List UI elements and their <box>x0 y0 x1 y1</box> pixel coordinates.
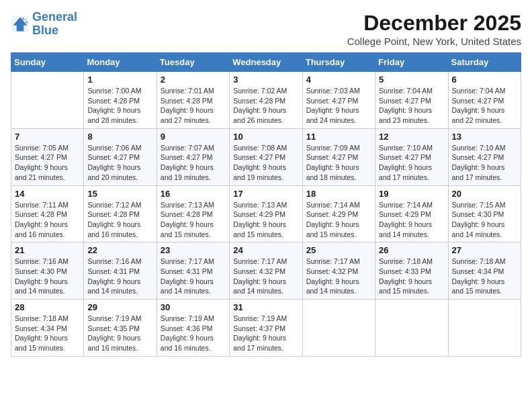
day-info: Sunrise: 7:19 AM Sunset: 4:36 PM Dayligh… <box>161 314 226 353</box>
day-cell: 31Sunrise: 7:19 AM Sunset: 4:37 PM Dayli… <box>230 300 302 357</box>
day-info: Sunrise: 7:19 AM Sunset: 4:37 PM Dayligh… <box>233 314 298 353</box>
week-row-2: 7Sunrise: 7:05 AM Sunset: 4:27 PM Daylig… <box>11 128 521 185</box>
day-number: 31 <box>233 302 298 312</box>
logo: General Blue <box>11 11 77 38</box>
calendar-title: December 2025 <box>347 11 521 36</box>
day-info: Sunrise: 7:08 AM Sunset: 4:27 PM Dayligh… <box>233 143 298 183</box>
day-cell: 19Sunrise: 7:14 AM Sunset: 4:29 PM Dayli… <box>375 185 448 242</box>
day-number: 27 <box>452 245 517 255</box>
day-number: 4 <box>306 75 371 85</box>
day-info: Sunrise: 7:13 AM Sunset: 4:28 PM Dayligh… <box>161 200 226 240</box>
day-number: 7 <box>15 132 80 142</box>
day-info: Sunrise: 7:07 AM Sunset: 4:27 PM Dayligh… <box>161 143 226 183</box>
day-cell: 30Sunrise: 7:19 AM Sunset: 4:36 PM Dayli… <box>157 300 229 357</box>
day-cell: 11Sunrise: 7:09 AM Sunset: 4:27 PM Dayli… <box>302 128 375 185</box>
day-cell: 20Sunrise: 7:15 AM Sunset: 4:30 PM Dayli… <box>448 185 521 242</box>
header-cell-friday: Friday <box>375 53 448 72</box>
day-info: Sunrise: 7:15 AM Sunset: 4:30 PM Dayligh… <box>452 200 517 240</box>
day-info: Sunrise: 7:12 AM Sunset: 4:28 PM Dayligh… <box>87 200 152 240</box>
day-info: Sunrise: 7:05 AM Sunset: 4:27 PM Dayligh… <box>15 143 80 183</box>
week-row-3: 14Sunrise: 7:11 AM Sunset: 4:28 PM Dayli… <box>11 185 521 242</box>
day-cell: 6Sunrise: 7:04 AM Sunset: 4:27 PM Daylig… <box>448 72 521 129</box>
day-number: 24 <box>233 245 298 255</box>
day-number: 18 <box>306 189 371 199</box>
day-cell: 17Sunrise: 7:13 AM Sunset: 4:29 PM Dayli… <box>230 185 302 242</box>
day-cell: 21Sunrise: 7:16 AM Sunset: 4:30 PM Dayli… <box>11 242 84 300</box>
day-number: 22 <box>87 245 152 255</box>
day-info: Sunrise: 7:13 AM Sunset: 4:29 PM Dayligh… <box>233 200 298 240</box>
day-info: Sunrise: 7:18 AM Sunset: 4:34 PM Dayligh… <box>452 257 517 296</box>
week-row-1: 1Sunrise: 7:00 AM Sunset: 4:28 PM Daylig… <box>11 72 521 129</box>
day-cell: 23Sunrise: 7:17 AM Sunset: 4:31 PM Dayli… <box>157 242 229 300</box>
day-cell: 25Sunrise: 7:17 AM Sunset: 4:32 PM Dayli… <box>302 242 375 300</box>
logo-line2: Blue <box>32 24 58 37</box>
day-cell: 2Sunrise: 7:01 AM Sunset: 4:28 PM Daylig… <box>157 72 229 129</box>
day-info: Sunrise: 7:18 AM Sunset: 4:33 PM Dayligh… <box>379 257 444 296</box>
header-cell-wednesday: Wednesday <box>230 53 302 72</box>
day-number: 1 <box>87 75 152 85</box>
day-number: 29 <box>87 302 152 312</box>
day-number: 2 <box>161 75 226 85</box>
day-number: 20 <box>452 189 517 199</box>
day-cell: 29Sunrise: 7:19 AM Sunset: 4:35 PM Dayli… <box>84 300 157 357</box>
day-number: 30 <box>161 302 226 312</box>
day-number: 26 <box>379 245 444 255</box>
day-cell: 27Sunrise: 7:18 AM Sunset: 4:34 PM Dayli… <box>448 242 521 300</box>
week-row-4: 21Sunrise: 7:16 AM Sunset: 4:30 PM Dayli… <box>11 242 521 300</box>
day-info: Sunrise: 7:09 AM Sunset: 4:27 PM Dayligh… <box>306 143 371 183</box>
day-number: 19 <box>379 189 444 199</box>
calendar-body: 1Sunrise: 7:00 AM Sunset: 4:28 PM Daylig… <box>11 72 521 357</box>
day-info: Sunrise: 7:04 AM Sunset: 4:27 PM Dayligh… <box>452 86 517 126</box>
day-cell: 5Sunrise: 7:04 AM Sunset: 4:27 PM Daylig… <box>375 72 448 129</box>
header-cell-tuesday: Tuesday <box>157 53 229 72</box>
header-cell-thursday: Thursday <box>302 53 375 72</box>
day-number: 28 <box>15 302 80 312</box>
day-cell: 14Sunrise: 7:11 AM Sunset: 4:28 PM Dayli… <box>11 185 84 242</box>
day-number: 6 <box>452 75 517 85</box>
day-number: 11 <box>306 132 371 142</box>
day-cell: 18Sunrise: 7:14 AM Sunset: 4:29 PM Dayli… <box>302 185 375 242</box>
day-cell: 7Sunrise: 7:05 AM Sunset: 4:27 PM Daylig… <box>11 128 84 185</box>
day-info: Sunrise: 7:16 AM Sunset: 4:30 PM Dayligh… <box>15 257 80 296</box>
day-cell: 10Sunrise: 7:08 AM Sunset: 4:27 PM Dayli… <box>230 128 302 185</box>
day-cell <box>448 300 521 357</box>
day-cell: 24Sunrise: 7:17 AM Sunset: 4:32 PM Dayli… <box>230 242 302 300</box>
calendar-header: SundayMondayTuesdayWednesdayThursdayFrid… <box>11 53 521 72</box>
header-cell-saturday: Saturday <box>448 53 521 72</box>
calendar-subtitle: College Point, New York, United States <box>347 36 521 47</box>
logo-line1: General <box>32 10 77 24</box>
day-cell: 3Sunrise: 7:02 AM Sunset: 4:28 PM Daylig… <box>230 72 302 129</box>
day-cell: 8Sunrise: 7:06 AM Sunset: 4:27 PM Daylig… <box>84 128 157 185</box>
day-number: 10 <box>233 132 298 142</box>
day-info: Sunrise: 7:17 AM Sunset: 4:31 PM Dayligh… <box>161 257 226 296</box>
day-info: Sunrise: 7:03 AM Sunset: 4:27 PM Dayligh… <box>306 86 371 126</box>
day-info: Sunrise: 7:10 AM Sunset: 4:27 PM Dayligh… <box>379 143 444 183</box>
day-cell: 16Sunrise: 7:13 AM Sunset: 4:28 PM Dayli… <box>157 185 229 242</box>
day-info: Sunrise: 7:01 AM Sunset: 4:28 PM Dayligh… <box>161 86 226 126</box>
logo-icon <box>11 15 30 34</box>
day-info: Sunrise: 7:00 AM Sunset: 4:28 PM Dayligh… <box>87 86 152 126</box>
day-number: 14 <box>15 189 80 199</box>
day-number: 23 <box>161 245 226 255</box>
day-number: 17 <box>233 189 298 199</box>
day-number: 3 <box>233 75 298 85</box>
day-number: 13 <box>452 132 517 142</box>
day-cell <box>302 300 375 357</box>
week-row-5: 28Sunrise: 7:18 AM Sunset: 4:34 PM Dayli… <box>11 300 521 357</box>
day-cell: 13Sunrise: 7:10 AM Sunset: 4:27 PM Dayli… <box>448 128 521 185</box>
header-row: SundayMondayTuesdayWednesdayThursdayFrid… <box>11 53 521 72</box>
day-info: Sunrise: 7:14 AM Sunset: 4:29 PM Dayligh… <box>306 200 371 240</box>
day-info: Sunrise: 7:17 AM Sunset: 4:32 PM Dayligh… <box>233 257 298 296</box>
day-info: Sunrise: 7:04 AM Sunset: 4:27 PM Dayligh… <box>379 86 444 126</box>
day-info: Sunrise: 7:06 AM Sunset: 4:27 PM Dayligh… <box>87 143 152 183</box>
day-info: Sunrise: 7:17 AM Sunset: 4:32 PM Dayligh… <box>306 257 371 296</box>
day-cell: 15Sunrise: 7:12 AM Sunset: 4:28 PM Dayli… <box>84 185 157 242</box>
day-number: 8 <box>87 132 152 142</box>
day-info: Sunrise: 7:16 AM Sunset: 4:31 PM Dayligh… <box>87 257 152 296</box>
day-info: Sunrise: 7:18 AM Sunset: 4:34 PM Dayligh… <box>15 314 80 353</box>
day-info: Sunrise: 7:02 AM Sunset: 4:28 PM Dayligh… <box>233 86 298 126</box>
day-cell: 26Sunrise: 7:18 AM Sunset: 4:33 PM Dayli… <box>375 242 448 300</box>
day-number: 9 <box>161 132 226 142</box>
day-number: 21 <box>15 245 80 255</box>
day-info: Sunrise: 7:10 AM Sunset: 4:27 PM Dayligh… <box>452 143 517 183</box>
